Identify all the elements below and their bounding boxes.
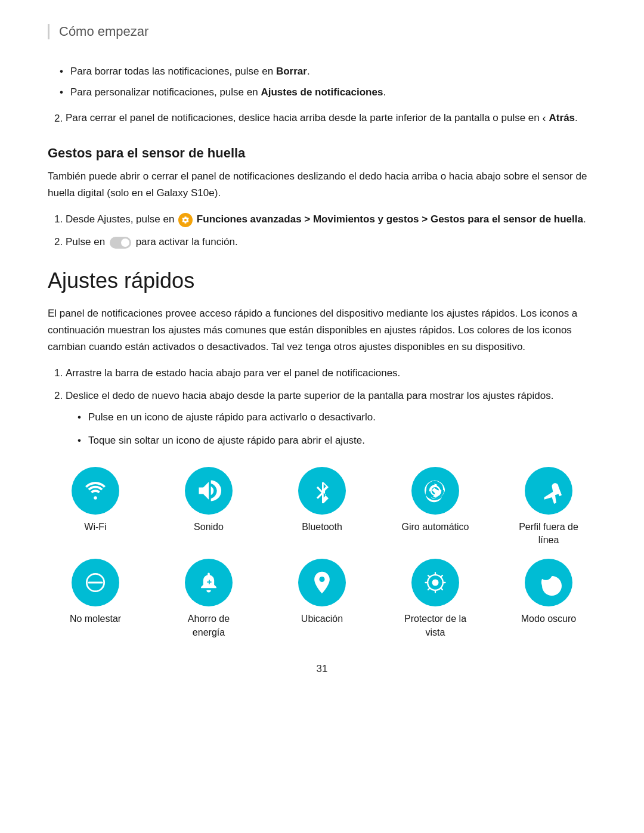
battery-saver-icon [196, 569, 222, 596]
gestos-step1-period: . [583, 213, 586, 225]
gestos-description: También puede abrir o cerrar el panel de… [48, 168, 596, 202]
ajustes-step2: Deslice el dedo de nuevo hacia abajo des… [66, 388, 596, 448]
toggle-icon [110, 237, 131, 249]
ajustes-step1: Arrastre la barra de estado hacia abajo … [66, 365, 596, 382]
back-chevron-icon: ‹ [542, 110, 546, 128]
gestos-section: Gestos para el sensor de huella También … [48, 145, 596, 250]
qs-battery: Ahorro deenergía [161, 559, 256, 639]
ajustes-bullet2: Toque sin soltar un icono de ajuste rápi… [78, 432, 596, 449]
bullet-ajustes-text-before: Para personalizar notificaciones, pulse … [70, 86, 261, 98]
svg-line-16 [428, 589, 430, 590]
ajustes-subbullets: Pulse en un icono de ajuste rápido para … [66, 409, 596, 448]
dnd-icon [82, 569, 109, 596]
dark-mode-icon-circle [525, 559, 572, 606]
page-number-text: 31 [317, 663, 328, 674]
auto-rotate-label: Giro automático [402, 521, 469, 534]
ajustes-description: El panel de notificaciones provee acceso… [48, 305, 596, 355]
qs-dnd: No molestar [48, 559, 143, 639]
dark-mode-label: Modo oscuro [521, 612, 577, 625]
header-section: Cómo empezar [48, 24, 596, 39]
gestos-steps: Desde Ajustes, pulse en Funciones avanza… [48, 211, 596, 250]
gestos-step1-before: Desde Ajustes, pulse en [66, 213, 177, 225]
location-label: Ubicación [301, 612, 343, 625]
location-icon [309, 569, 335, 596]
gear-icon [178, 213, 193, 227]
ajustes-bullet1: Pulse en un icono de ajuste rápido para … [78, 409, 596, 426]
sound-icon [196, 478, 222, 504]
gestos-step2-after: para activar la función. [136, 236, 238, 247]
wifi-icon-circle [72, 467, 119, 515]
eye-comfort-icon-circle [411, 559, 459, 606]
battery-label: Ahorro deenergía [188, 612, 230, 639]
qs-airplane: Perfil fuera delínea [501, 467, 596, 547]
wifi-label: Wi-Fi [84, 521, 106, 534]
qs-sound: Sonido [161, 467, 256, 547]
location-icon-circle [298, 559, 346, 606]
qs-wifi: Wi-Fi [48, 467, 143, 547]
eye-comfort-icon [422, 569, 448, 596]
svg-line-13 [428, 575, 430, 577]
gestos-step2-before: Pulse en [66, 236, 108, 247]
gestos-heading: Gestos para el sensor de huella [48, 145, 596, 161]
step2-period: . [575, 113, 578, 124]
svg-line-15 [441, 575, 442, 577]
gestos-step1: Desde Ajustes, pulse en Funciones avanza… [66, 211, 596, 228]
step2-close-panel: Para cerrar el panel de notificaciones, … [66, 110, 596, 128]
ajustes-steps: Arrastre la barra de estado hacia abajo … [48, 365, 596, 448]
ajustes-step2-text: Deslice el dedo de nuevo hacia abajo des… [66, 390, 553, 401]
dark-mode-icon [535, 569, 562, 596]
bullet-borrar-bold: Borrar [276, 66, 307, 77]
qs-auto-rotate: Giro automático [388, 467, 483, 547]
qs-dark-mode: Modo oscuro [501, 559, 596, 639]
qs-location: Ubicación [274, 559, 370, 639]
airplane-icon [535, 478, 562, 504]
bluetooth-icon-circle [298, 467, 346, 515]
auto-rotate-icon [422, 478, 448, 504]
bullet-ajustes-text-after: . [383, 86, 386, 98]
ajustes-heading: Ajustes rápidos [48, 268, 596, 293]
sound-icon-circle [185, 467, 233, 515]
bluetooth-icon [309, 478, 335, 504]
dnd-label: No molestar [70, 612, 121, 625]
eye-comfort-label: Protector de lavista [404, 612, 466, 639]
quick-settings-row1: Wi-Fi Sonido Bluetooth [48, 467, 596, 547]
svg-point-2 [434, 489, 437, 493]
bullets-top: Para borrar todas las notificaciones, pu… [48, 63, 596, 100]
dnd-icon-circle [72, 559, 119, 606]
bullet-borrar-text-after: . [307, 66, 310, 77]
svg-point-8 [432, 580, 439, 586]
bullet-ajustes: Para personalizar notificaciones, pulse … [60, 84, 596, 100]
airplane-icon-circle [525, 467, 572, 515]
quick-settings-row2: No molestar Ahorro deenergía Ubicación [48, 559, 596, 639]
step2-close-text: Para cerrar el panel de notificaciones, … [66, 113, 542, 124]
bluetooth-label: Bluetooth [302, 521, 342, 534]
page-section-title: Cómo empezar [59, 24, 596, 39]
qs-eye-comfort: Protector de lavista [388, 559, 483, 639]
battery-icon-circle [185, 559, 233, 606]
sound-label: Sonido [194, 521, 224, 534]
gestos-step1-bold: Funciones avanzadas > Movimientos y gest… [197, 213, 583, 225]
bullet-ajustes-bold: Ajustes de notificaciones [261, 86, 383, 98]
svg-line-14 [441, 589, 442, 590]
wifi-icon [82, 478, 109, 504]
step2-atras-bold: Atrás [546, 113, 575, 124]
step2-close-panel-list: Para cerrar el panel de notificaciones, … [48, 110, 596, 128]
qs-bluetooth: Bluetooth [274, 467, 370, 547]
ajustes-section: Ajustes rápidos El panel de notificacion… [48, 268, 596, 448]
bullet-borrar: Para borrar todas las notificaciones, pu… [60, 63, 596, 79]
auto-rotate-icon-circle [411, 467, 459, 515]
bullet-borrar-text-before: Para borrar todas las notificaciones, pu… [70, 66, 276, 77]
airplane-label: Perfil fuera delínea [519, 521, 578, 547]
gestos-step2: Pulse en para activar la función. [66, 234, 596, 250]
page-number: 31 [48, 663, 596, 675]
